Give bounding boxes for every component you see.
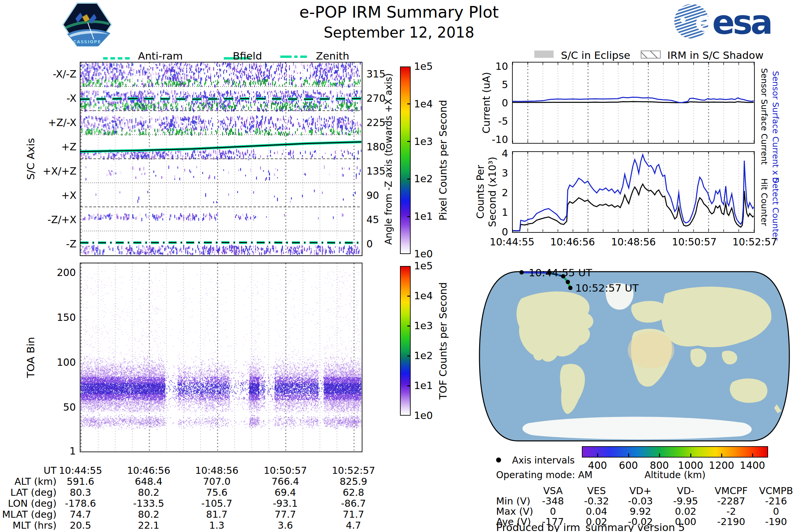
tick-label: -2190	[717, 516, 745, 527]
antiram-line-sample	[103, 57, 130, 59]
axis-intervals-label: Axis intervals	[512, 455, 574, 466]
tick-label: 10:52:57	[332, 465, 375, 476]
tick-label: 1e0	[414, 248, 433, 260]
tick-label: VMCPF	[715, 485, 747, 496]
tick-label: ALT (km)	[14, 476, 57, 487]
operating-mode-label: Operating mode: AM	[496, 470, 592, 480]
page-subtitle: September 12, 2018	[324, 24, 474, 41]
tick-label: 69.4	[274, 487, 296, 498]
tick-label	[597, 454, 598, 457]
tick-label	[407, 385, 411, 386]
eclipse-legend: S/C in Eclipse IRM in S/C Shadow	[499, 49, 798, 60]
tick-label: VES	[587, 485, 606, 496]
tick-label: VSA	[543, 485, 563, 496]
tick-label: 1e2	[414, 173, 433, 185]
tick-label: 200	[57, 267, 76, 278]
tick-label: 100	[57, 357, 76, 368]
tick-label: +X/+Z	[43, 165, 76, 177]
eclipse-swatch-icon	[534, 51, 554, 58]
tick-label: -2287	[717, 495, 745, 507]
pixel-colorbar-label: Pixel Counts per Second	[437, 100, 449, 221]
page-title: e-POP IRM Summary Plot	[299, 3, 499, 21]
tick-label: 5	[502, 79, 508, 91]
tick-label: +Z	[61, 141, 76, 153]
tick-label: 50	[63, 401, 76, 413]
toa-spectrogram-panel	[80, 263, 362, 452]
tick-label: -5	[498, 115, 508, 127]
tick-label: VCMPB	[759, 485, 793, 496]
tick-label: 1000	[678, 459, 703, 471]
tick-label: -105.7	[201, 498, 232, 509]
tick-label	[407, 356, 411, 357]
tick-label: Max (V)	[496, 506, 533, 517]
tick-label: -2	[726, 506, 736, 517]
tick-label: 0	[773, 506, 779, 517]
map-antarctica	[522, 417, 752, 439]
tick-label: 1	[70, 445, 76, 457]
tick-label: 3.6	[278, 520, 293, 531]
pixel-colorbar	[400, 66, 411, 254]
tick-label: 135	[366, 165, 385, 177]
counts-ylabel-line2: Second (x10³)	[487, 157, 498, 227]
toa-ylabel: TOA Bin	[25, 337, 37, 378]
tick-label	[721, 454, 722, 457]
tick-label: 62.8	[343, 487, 364, 498]
zenith-line-sample	[280, 56, 291, 58]
hit-counter-label: Hit Counter	[759, 178, 769, 226]
current-chart-canvas	[513, 62, 754, 142]
tick-label: 10:48:56	[611, 236, 656, 248]
attitude-legend: Anti-ram Bfield Zenith	[0, 50, 399, 61]
antiram-legend-label: Anti-ram	[138, 50, 183, 62]
tick-label: 1e1	[414, 380, 433, 391]
tick-label: 90	[366, 190, 379, 201]
axis-interval-dot	[519, 270, 524, 274]
tick-label	[659, 454, 660, 457]
tick-label: 10:46:56	[550, 236, 595, 248]
tick-label: -10	[492, 134, 508, 145]
tick-label: 1.3	[209, 520, 225, 531]
tick-label: MLT (hrs)	[13, 520, 57, 531]
tick-label: 80.3	[70, 487, 92, 498]
tick-label: MLAT (deg)	[2, 509, 57, 520]
sc-axis-ylabel: S/C Axis	[25, 138, 37, 180]
tick-label: Min (V)	[496, 495, 530, 507]
tick-label: 1	[502, 207, 508, 218]
tick-label: 600	[619, 459, 638, 471]
tick-label	[407, 216, 411, 217]
tof-colorbar	[400, 266, 411, 416]
tick-label: VD-	[677, 485, 695, 496]
tick-label: 2	[502, 187, 508, 198]
tick-label: 648.4	[135, 476, 162, 487]
tick-label: 0	[366, 238, 373, 250]
tick-label: 77.7	[274, 509, 296, 520]
tick-label: 10:48:56	[195, 465, 239, 476]
tick-label: 766.4	[271, 476, 299, 487]
tick-label: -0.03	[628, 495, 653, 507]
eclipse-legend-label: S/C in Eclipse	[561, 49, 630, 61]
altitude-colorbar	[582, 446, 768, 457]
tick-label: 20.5	[70, 520, 92, 531]
tick-label: 400	[588, 459, 607, 471]
axis-interval-dot	[566, 280, 570, 284]
tick-label: 1e0	[414, 410, 433, 421]
axis-interval-dot	[568, 286, 573, 290]
tick-label: 3	[502, 167, 508, 179]
tick-label: 1e2	[414, 350, 433, 361]
tick-label: 75.6	[206, 487, 228, 498]
tick-label: 10:44:55	[59, 465, 102, 476]
tick-label: 0.04	[586, 506, 607, 517]
zenith-legend-label: Zenith	[316, 50, 349, 62]
tick-label	[407, 296, 411, 297]
tick-label: LON (deg)	[8, 498, 57, 509]
track-start-label: 10:44:55 UT	[529, 267, 592, 279]
tick-label: 10:44:55	[490, 236, 535, 248]
tick-label: 0.02	[675, 506, 697, 517]
counts-ylabel-line1: Counts Per	[474, 165, 486, 219]
tick-label	[690, 454, 691, 457]
tick-label: 81.7	[206, 509, 228, 520]
tick-label: 9.92	[630, 506, 651, 517]
tick-label	[407, 325, 411, 326]
tick-label: 270	[366, 92, 385, 104]
tick-label: -190	[765, 516, 787, 527]
tick-label: 315	[366, 68, 385, 80]
